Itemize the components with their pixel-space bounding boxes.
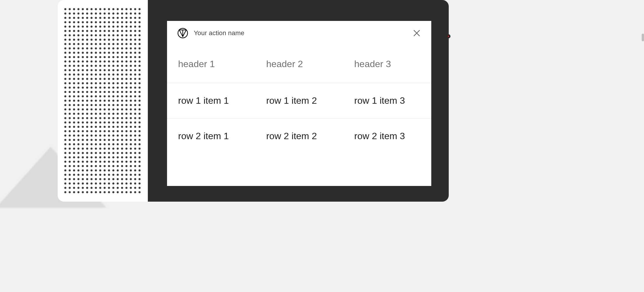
speaker-grille xyxy=(58,0,148,202)
table-cell: row 1 item 2 xyxy=(255,83,343,119)
action-logo-icon xyxy=(178,28,188,38)
camera-indicator xyxy=(446,34,450,38)
table-cell: row 2 item 1 xyxy=(167,119,255,154)
table-header-cell: header 2 xyxy=(255,45,343,83)
speaker-dot-grid xyxy=(64,8,141,194)
card-title: Your action name xyxy=(194,29,244,37)
table-cell: row 1 item 1 xyxy=(167,83,255,119)
device-screen: Your action name header 1 header 2 heade… xyxy=(148,0,449,202)
table-header-cell: header 1 xyxy=(167,45,255,83)
table-cell: row 2 item 3 xyxy=(343,119,431,154)
table-row: row 1 item 1 row 1 item 2 row 1 item 3 xyxy=(167,83,431,119)
action-card: Your action name header 1 header 2 heade… xyxy=(167,21,431,186)
table-header-row: header 1 header 2 header 3 xyxy=(167,45,431,83)
table-row: row 2 item 1 row 2 item 2 row 2 item 3 xyxy=(167,119,431,154)
table-cell: row 2 item 2 xyxy=(255,119,343,154)
data-table: header 1 header 2 header 3 row 1 item 1 … xyxy=(167,45,431,154)
right-edge-decoration xyxy=(642,34,644,41)
table-header-cell: header 3 xyxy=(343,45,431,83)
close-icon[interactable] xyxy=(413,29,421,37)
card-header: Your action name xyxy=(167,21,431,45)
smart-display-device: Your action name header 1 header 2 heade… xyxy=(58,0,449,202)
table-cell: row 1 item 3 xyxy=(343,83,431,119)
